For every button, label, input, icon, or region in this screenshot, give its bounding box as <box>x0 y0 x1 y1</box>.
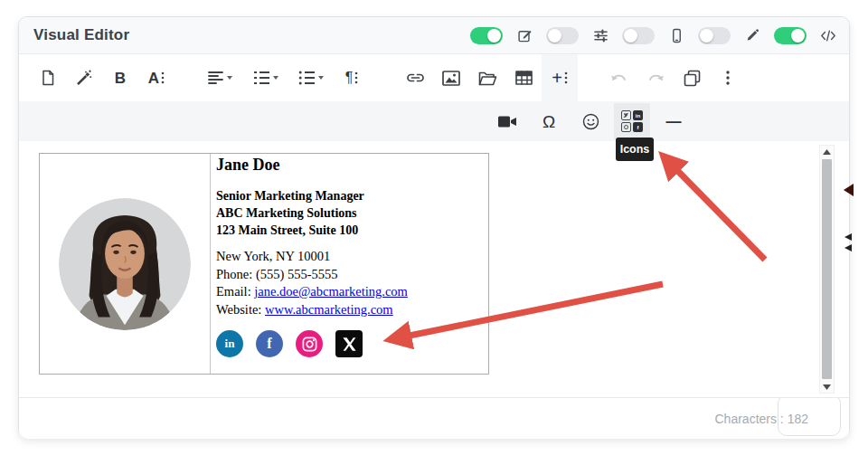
ellipsis-dots-icon <box>161 71 165 84</box>
kebab-menu-icon <box>726 71 730 85</box>
facebook-icon[interactable]: f <box>256 330 283 357</box>
toggle-knob <box>548 29 561 43</box>
linkedin-mini-icon: in <box>633 110 643 120</box>
smiley-icon <box>582 113 599 130</box>
unordered-list-button[interactable] <box>288 54 334 101</box>
signature-name: Jane Doe <box>216 156 481 175</box>
email-label: Email: <box>216 284 254 299</box>
signature-contact-block: New York, NY 10001 Phone: (555) 555-5555… <box>216 248 481 318</box>
copy-icon <box>684 70 701 87</box>
visual-editor-widget: Visual Editor <box>18 16 850 438</box>
avatar <box>59 198 191 330</box>
insert-link-button[interactable] <box>397 54 433 101</box>
x-twitter-icon[interactable] <box>335 330 363 357</box>
link-icon <box>406 72 425 83</box>
ordered-list-button[interactable] <box>243 54 288 101</box>
signature-company: ABC Marketing Solutions <box>216 204 481 222</box>
toolbar-row-2: Ω in f <box>19 101 849 141</box>
linkedin-icon[interactable]: in <box>216 330 243 357</box>
font-icon: A <box>148 71 159 86</box>
icons-tooltip: Icons <box>616 138 654 161</box>
more-misc-button[interactable]: + <box>542 54 578 101</box>
more-options-button[interactable] <box>710 54 746 101</box>
scroll-up-button[interactable] <box>820 146 834 157</box>
paragraph-options-button[interactable]: ¶ <box>334 54 370 101</box>
signature-address: 123 Main Street, Suite 100 <box>216 222 481 239</box>
font-options-button[interactable]: A <box>138 54 175 101</box>
pencil-icon <box>744 27 760 43</box>
toolbar-spacer <box>370 54 397 101</box>
bold-icon: B <box>115 71 126 86</box>
video-icon <box>497 115 517 128</box>
align-left-icon <box>208 71 224 85</box>
code-icon <box>820 27 836 43</box>
toolbar-row-1: B A ¶ <box>19 54 849 101</box>
signature-email-line: Email: jane.doe@abcmarketing.com <box>216 283 481 301</box>
toggle-settings[interactable] <box>546 27 579 44</box>
align-button[interactable] <box>198 54 243 101</box>
page-title: Visual Editor <box>19 26 129 44</box>
omega-icon: Ω <box>542 113 555 130</box>
new-document-button[interactable] <box>30 54 66 101</box>
chevron-down-icon <box>317 75 325 81</box>
vertical-scrollbar[interactable] <box>819 145 835 394</box>
status-bar: Characters : 182 <box>19 397 849 439</box>
signature-role: Senior Marketing Manager <box>216 187 481 204</box>
toggle-editor[interactable] <box>470 27 503 44</box>
header-toggles <box>470 27 849 44</box>
signature-role-block: Senior Marketing Manager ABC Marketing S… <box>216 187 481 239</box>
undo-icon <box>610 71 628 84</box>
instagram-icon[interactable] <box>296 330 323 357</box>
signature-phone: Phone: (555) 555-5555 <box>216 266 481 284</box>
toggle-knob <box>487 29 501 43</box>
magic-wand-icon <box>75 69 93 87</box>
clipped-edge-marker <box>844 233 852 241</box>
insert-image-button[interactable] <box>433 54 469 101</box>
header: Visual Editor <box>19 17 849 54</box>
mobile-icon <box>668 27 684 43</box>
toggle-pencil[interactable] <box>698 27 731 44</box>
twitter-mini-icon <box>621 110 631 120</box>
open-file-button[interactable] <box>469 54 505 101</box>
instagram-mini-icon <box>621 122 631 132</box>
clipped-edge-marker <box>844 244 852 251</box>
copy-button[interactable] <box>674 54 710 101</box>
website-link[interactable]: www.abcmarketing.com <box>265 302 393 317</box>
facebook-mini-icon: f <box>633 122 643 132</box>
sliders-icon <box>592 27 609 43</box>
scroll-down-icon <box>823 384 831 390</box>
editor-canvas[interactable]: Jane Doe Senior Marketing Manager ABC Ma… <box>19 141 849 397</box>
edit-square-icon <box>516 27 533 43</box>
toggle-mobile[interactable] <box>622 27 655 44</box>
tooltip-label: Icons <box>620 143 650 156</box>
magic-wand-button[interactable] <box>66 54 102 101</box>
toggle-knob <box>700 29 713 43</box>
insert-table-button[interactable] <box>505 54 542 101</box>
email-link[interactable]: jane.doe@abcmarketing.com <box>254 284 408 299</box>
toggle-knob <box>791 29 805 43</box>
scrollbar-thumb[interactable] <box>822 159 832 379</box>
horizontal-line-icon: — <box>666 114 682 129</box>
emoticons-button[interactable] <box>572 103 609 139</box>
scroll-down-button[interactable] <box>820 381 834 393</box>
special-characters-button[interactable]: Ω <box>531 103 567 139</box>
horizontal-line-button[interactable]: — <box>656 103 692 139</box>
character-count: Characters : 182 <box>715 412 850 426</box>
signature-table: Jane Doe Senior Marketing Manager ABC Ma… <box>39 153 489 375</box>
toolbar-spacer <box>578 54 601 101</box>
toggle-knob <box>624 29 637 43</box>
signature-photo-cell <box>40 154 211 374</box>
redo-button[interactable] <box>637 54 674 101</box>
chevron-down-icon <box>272 75 279 81</box>
toggle-code[interactable] <box>774 27 807 44</box>
website-label: Website: <box>216 302 265 317</box>
icons-button[interactable]: in f <box>614 103 650 139</box>
toolbar-spacer <box>175 54 198 101</box>
signature-website-line: Website: www.abcmarketing.com <box>216 301 481 319</box>
undo-button[interactable] <box>601 54 637 101</box>
bold-button[interactable]: B <box>102 54 138 101</box>
folder-icon <box>478 71 497 86</box>
insert-video-button[interactable] <box>489 103 525 139</box>
ellipsis-dots-icon <box>564 71 568 84</box>
plus-icon: + <box>552 69 562 87</box>
